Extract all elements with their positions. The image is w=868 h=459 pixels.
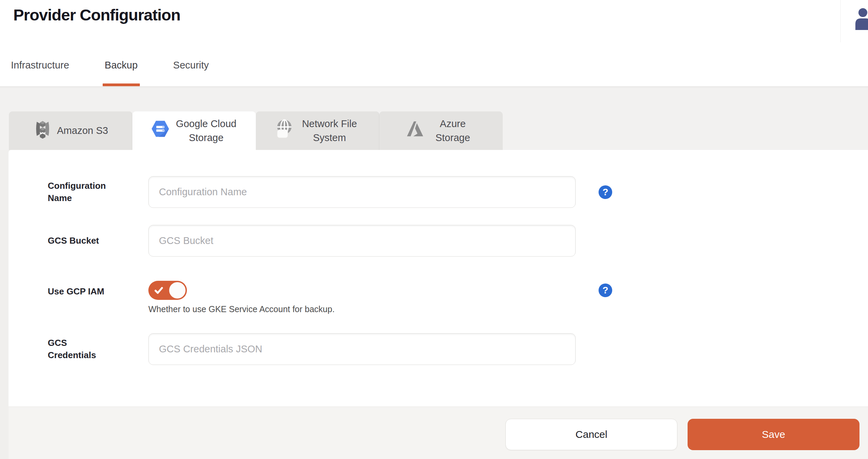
tab-infrastructure-label: Infrastructure [11, 60, 69, 71]
amazon-s3-icon [33, 118, 53, 143]
provider-tab-bar: Amazon S3 Google Cloud Storage [0, 86, 868, 150]
configuration-name-input[interactable] [148, 176, 576, 208]
use-gcp-iam-helper-text: Whether to use GKE Service Account for b… [148, 304, 576, 314]
section-tabs: Infrastructure Backup Security [0, 44, 868, 86]
azure-storage-icon [406, 119, 425, 142]
provider-tab-network-file-system[interactable]: Network File System [256, 111, 379, 150]
tab-security[interactable]: Security [172, 44, 210, 86]
configuration-name-help-icon[interactable]: ? [599, 185, 612, 199]
gcs-credentials-row: GCS Credentials [9, 333, 868, 365]
tab-backup-label: Backup [105, 60, 138, 71]
page-title: Provider Configuration [13, 5, 180, 24]
provider-config-panel: Configuration Name ? GCS Bucket Use GCP … [9, 150, 868, 459]
toggle-knob [169, 282, 186, 299]
tab-infrastructure[interactable]: Infrastructure [10, 44, 70, 86]
cancel-button[interactable]: Cancel [505, 419, 677, 450]
gcs-credentials-input[interactable] [148, 333, 576, 365]
provider-tab-amazon-s3[interactable]: Amazon S3 [9, 111, 132, 150]
configuration-name-row: Configuration Name ? [9, 176, 868, 208]
provider-tab-azure-storage[interactable]: Azure Storage [379, 111, 503, 150]
user-icon [852, 7, 868, 30]
form-footer: Cancel Save [9, 407, 868, 459]
provider-tab-google-cloud-storage[interactable]: Google Cloud Storage [132, 111, 256, 150]
provider-tab-network-file-system-label: Network File System [298, 117, 361, 145]
configuration-name-label: Configuration Name [48, 180, 148, 204]
gcs-bucket-row: GCS Bucket [9, 225, 868, 257]
network-file-system-icon [274, 118, 294, 143]
header-divider [840, 0, 841, 42]
use-gcp-iam-toggle[interactable] [148, 281, 187, 300]
tab-backup[interactable]: Backup [104, 44, 139, 86]
user-profile-button[interactable] [852, 7, 868, 30]
tab-security-label: Security [173, 60, 209, 71]
header: Provider Configuration [0, 0, 868, 44]
provider-tab-azure-storage-label: Azure Storage [429, 117, 477, 145]
gcs-credentials-label: GCS Credentials [48, 337, 148, 361]
use-gcp-iam-row: Use GCP IAM Whether to use GKE Service A… [9, 281, 868, 314]
google-cloud-storage-icon [150, 119, 170, 142]
provider-tab-amazon-s3-label: Amazon S3 [57, 124, 108, 138]
save-button[interactable]: Save [688, 419, 859, 450]
toggle-check-icon [154, 286, 163, 296]
gcs-bucket-label: GCS Bucket [48, 235, 148, 247]
gcs-bucket-input[interactable] [148, 225, 576, 257]
provider-tab-google-cloud-storage-label: Google Cloud Storage [175, 117, 238, 145]
use-gcp-iam-label: Use GCP IAM [48, 281, 148, 314]
use-gcp-iam-help-icon[interactable]: ? [599, 284, 612, 297]
